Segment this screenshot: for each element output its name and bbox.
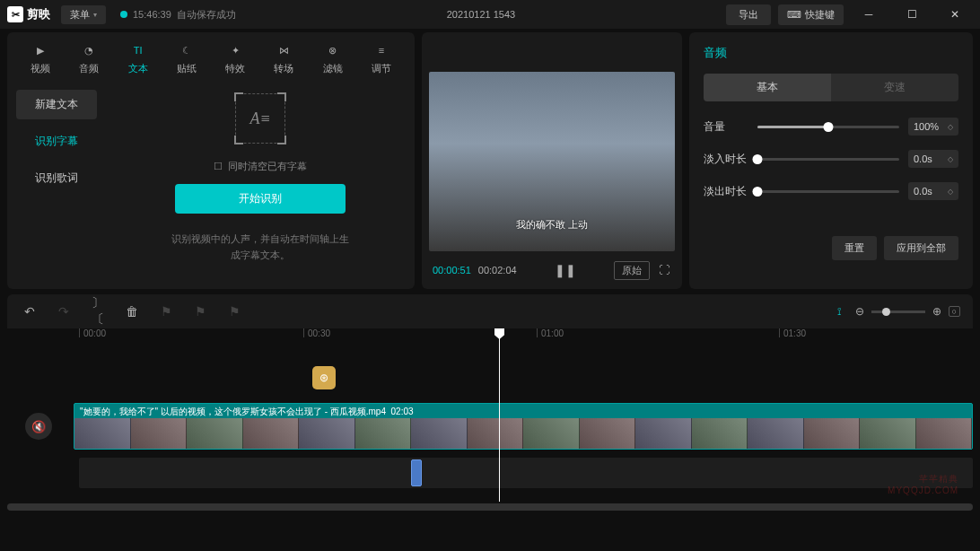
logo-icon: ✂ <box>7 6 23 22</box>
tab-audio[interactable]: ◔音频 <box>65 39 113 77</box>
preview-subtitle: 我的确不敢 上动 <box>516 218 588 232</box>
undo-button[interactable]: ↶ <box>20 304 39 319</box>
media-tabs: ▶视频 ◔音频 TI文本 ☾贴纸 ✦特效 ⋈转场 ⊗滤镜 ≡调节 <box>7 32 415 81</box>
ruler-mark: 01:00 <box>537 328 564 337</box>
volume-value[interactable]: 100%◇ <box>908 118 958 136</box>
volume-label: 音量 <box>704 119 748 135</box>
adjust-icon: ≡ <box>372 41 390 59</box>
zoom-in-button[interactable]: ⊕ <box>932 305 941 318</box>
timeline-scrollbar[interactable] <box>7 503 973 511</box>
tab-effects[interactable]: ✦特效 <box>211 39 259 77</box>
flag-b-button[interactable]: ⚑ <box>190 304 210 319</box>
zoom-control: ⊖ ⊕ ○ <box>855 305 960 318</box>
save-dot-icon <box>120 11 127 18</box>
zoom-fit-button[interactable]: ○ <box>949 306 960 317</box>
fadein-value[interactable]: 0.0s◇ <box>908 150 958 168</box>
fadein-slider[interactable] <box>757 158 899 161</box>
media-panel: ▶视频 ◔音频 TI文本 ☾贴纸 ✦特效 ⋈转场 ⊗滤镜 ≡调节 新建文本 识别… <box>7 32 415 289</box>
effects-icon: ✦ <box>226 41 244 59</box>
sidebar-new-text[interactable]: 新建文本 <box>16 90 97 119</box>
close-button[interactable]: ✕ <box>937 2 973 27</box>
ruler-mark: 00:30 <box>303 328 330 337</box>
panel-title: 音频 <box>704 45 958 61</box>
checkbox-icon: ☐ <box>214 161 223 172</box>
video-clip[interactable]: "她要的，我给不了" 以后的视频，这个俄罗斯女孩不会出现了 - 西瓜视频.mp4… <box>74 403 973 450</box>
video-icon: ▶ <box>31 41 49 59</box>
audio-track-lane[interactable] <box>79 458 973 488</box>
clear-existing-checkbox[interactable]: ☐ 同时清空已有字幕 <box>214 160 307 173</box>
mute-track-button[interactable]: 🔇 <box>25 413 52 440</box>
keyboard-icon: ⌨ <box>787 9 801 21</box>
audio-clip[interactable] <box>411 459 422 486</box>
app-logo: ✂ 剪映 <box>7 6 50 22</box>
sidebar-recognize-lyric[interactable]: 识别歌词 <box>16 163 97 193</box>
fadein-label: 淡入时长 <box>704 152 748 167</box>
start-recognize-button[interactable]: 开始识别 <box>175 184 346 214</box>
apply-all-button[interactable]: 应用到全部 <box>884 236 958 260</box>
audio-icon: ◔ <box>80 41 98 59</box>
fadeout-label: 淡出时长 <box>704 184 748 199</box>
volume-slider[interactable] <box>757 126 899 128</box>
maximize-button[interactable]: ☐ <box>894 2 930 27</box>
current-time: 00:00:51 <box>433 265 471 276</box>
flag-c-button[interactable]: ⚑ <box>224 304 244 319</box>
zoom-slider[interactable] <box>871 310 925 313</box>
export-button[interactable]: 导出 <box>726 4 771 25</box>
reset-button[interactable]: 重置 <box>832 236 877 260</box>
timeline: 00:00 00:30 01:00 01:30 ⊛ 🔇 "她要的，我给不了" 以… <box>7 328 973 502</box>
tracks: 🔇 "她要的，我给不了" 以后的视频，这个俄罗斯女孩不会出现了 - 西瓜视频.m… <box>7 399 973 490</box>
fullscreen-button[interactable]: ⛶ <box>657 262 671 278</box>
play-pause-button[interactable]: ❚❚ <box>524 263 607 277</box>
shortcuts-button[interactable]: ⌨ 快捷键 <box>778 4 844 25</box>
preview-controls: 00:00:51 00:02:04 ❚❚ 原始 ⛶ <box>425 255 678 285</box>
playhead[interactable] <box>499 328 500 502</box>
video-track: 🔇 "她要的，我给不了" 以后的视频，这个俄罗斯女孩不会出现了 - 西瓜视频.m… <box>61 399 973 453</box>
preview-panel: 我的确不敢 上动 00:00:51 00:02:04 ❚❚ 原始 ⛶ <box>422 32 682 289</box>
subtab-basic[interactable]: 基本 <box>704 74 831 101</box>
redo-button[interactable]: ↷ <box>54 304 74 319</box>
tab-text[interactable]: TI文本 <box>114 39 162 77</box>
audio-track <box>61 456 973 490</box>
tab-video[interactable]: ▶视频 <box>16 39 65 77</box>
volume-row: 音量 100%◇ <box>704 118 958 136</box>
tab-filter[interactable]: ⊗滤镜 <box>309 39 357 77</box>
recognize-description: 识别视频中的人声，并自动在时间轴上生成字幕文本。 <box>171 232 350 263</box>
fadeout-value[interactable]: 0.0s◇ <box>908 182 958 200</box>
app-name: 剪映 <box>27 6 50 22</box>
titlebar: ✂ 剪映 菜单▾ 15:46:39 自动保存成功 20210121 1543 导… <box>0 0 980 29</box>
sticker-icon: ☾ <box>178 41 196 59</box>
original-ratio-button[interactable]: 原始 <box>614 261 650 280</box>
text-icon: TI <box>129 41 147 59</box>
menu-button[interactable]: 菜单▾ <box>61 5 106 24</box>
snap-button[interactable]: ⟟ <box>837 305 841 318</box>
sidebar-recognize-subtitle[interactable]: 识别字幕 <box>16 127 97 156</box>
fadeout-slider[interactable] <box>757 190 899 193</box>
subtab-speed[interactable]: 变速 <box>831 74 958 101</box>
filter-icon: ⊗ <box>324 41 342 59</box>
delete-button[interactable]: 🗑 <box>122 304 142 319</box>
zoom-out-button[interactable]: ⊖ <box>855 305 864 318</box>
timeline-toolbar: ↶ ↷ 〕〔 🗑 ⚑ ⚑ ⚑ ⟟ ⊖ ⊕ ○ <box>7 294 973 328</box>
tab-transition[interactable]: ⋈转场 <box>259 39 308 77</box>
total-duration: 00:02:04 <box>478 265 517 276</box>
ruler-mark: 01:30 <box>779 328 806 337</box>
ruler-mark: 00:00 <box>79 328 106 337</box>
transition-icon: ⋈ <box>275 41 293 59</box>
tab-adjust[interactable]: ≡调节 <box>357 39 406 77</box>
split-button[interactable]: 〕〔 <box>88 295 108 328</box>
tab-sticker[interactable]: ☾贴纸 <box>162 39 211 77</box>
clip-title: "她要的，我给不了" 以后的视频，这个俄罗斯女孩不会出现了 - 西瓜视频.mp4… <box>80 406 414 418</box>
recognize-panel: A≡ ☐ 同时清空已有字幕 开始识别 识别视频中的人声，并自动在时间轴上生成字幕… <box>106 81 415 289</box>
minimize-button[interactable]: ─ <box>851 2 887 27</box>
preview-viewport[interactable]: 我的确不敢 上动 <box>429 72 675 251</box>
project-name: 20210121 1543 <box>236 9 726 20</box>
fadein-row: 淡入时长 0.0s◇ <box>704 150 958 168</box>
save-status: 15:46:39 自动保存成功 <box>120 8 236 22</box>
flag-a-button[interactable]: ⚑ <box>156 304 176 319</box>
timeline-ruler[interactable]: 00:00 00:30 01:00 01:30 <box>7 328 973 350</box>
fadeout-row: 淡出时长 0.0s◇ <box>704 182 958 200</box>
text-sidebar: 新建文本 识别字幕 识别歌词 <box>7 81 106 289</box>
properties-panel: 音频 基本 变速 音量 100%◇ 淡入时长 0.0s◇ 淡出时长 0.0s◇ <box>689 32 973 289</box>
effects-clip-icon[interactable]: ⊛ <box>312 366 336 389</box>
recognize-icon: A≡ <box>235 93 285 144</box>
